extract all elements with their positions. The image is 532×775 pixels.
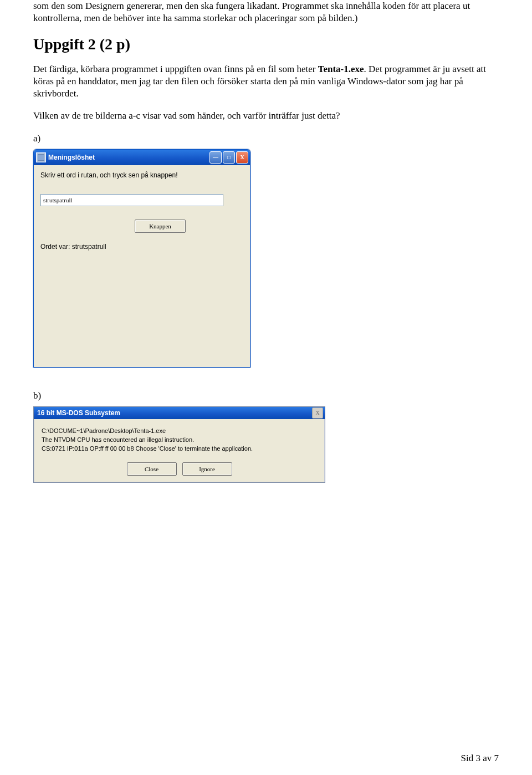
dos-dialog: 16 bit MS-DOS Subsystem X C:\DOCUME~1\Pa… [33, 406, 325, 483]
dos-body: C:\DOCUME~1\Padrone\Desktop\Tenta-1.exe … [34, 419, 325, 482]
intro-paragraph: som den som Designern genererar, men den… [33, 0, 499, 24]
dos-titlebar: 16 bit MS-DOS Subsystem X [34, 407, 325, 419]
xp-app-window: Meningslöshet — □ X Skriv ett ord i ruta… [33, 149, 250, 368]
dos-title-text: 16 bit MS-DOS Subsystem [37, 409, 312, 417]
dos-line2: The NTVDM CPU has encountered an illegal… [42, 436, 317, 445]
dos-line3: CS:0721 IP:011a OP:ff ff 00 00 b8 Choose… [42, 445, 317, 453]
close-button[interactable]: X [236, 151, 248, 164]
dos-message: C:\DOCUME~1\Padrone\Desktop\Tenta-1.exe … [42, 427, 317, 453]
dos-close-action-button[interactable]: Close [127, 462, 177, 476]
app-icon [36, 152, 46, 162]
instruction-label: Skriv ett ord i rutan, och tryck sen på … [40, 171, 243, 180]
paragraph-2: Det färdiga, körbara programmet i uppgif… [33, 63, 499, 100]
filename-bold: Tenta-1.exe [318, 64, 364, 74]
dos-button-row: Close Ignore [42, 462, 317, 476]
page-footer: Sid 3 av 7 [461, 753, 499, 764]
dos-ignore-button[interactable]: Ignore [182, 462, 232, 476]
window-controls: — □ X [209, 151, 248, 164]
maximize-button[interactable]: □ [223, 151, 235, 164]
xp-titlebar: Meningslöshet — □ X [34, 150, 250, 165]
minimize-button[interactable]: — [209, 151, 222, 164]
heading-uppgift-2: Uppgift 2 (2 p) [33, 35, 499, 53]
result-label: Ordet var: strutspatrull [40, 243, 243, 251]
option-b-label: b) [33, 390, 499, 402]
xp-title-text: Meningslöshet [48, 154, 209, 161]
p2-part1: Det färdiga, körbara programmet i uppgif… [33, 64, 318, 74]
option-a-label: a) [33, 132, 499, 145]
xp-client-area: Skriv ett ord i rutan, och tryck sen på … [34, 165, 250, 367]
word-input[interactable] [40, 194, 223, 206]
dos-close-button[interactable]: X [312, 407, 323, 419]
dos-line1: C:\DOCUME~1\Padrone\Desktop\Tenta-1.exe [42, 427, 317, 436]
paragraph-3: Vilken av de tre bilderna a-c visar vad … [33, 110, 499, 122]
knappen-button[interactable]: Knappen [135, 220, 186, 233]
